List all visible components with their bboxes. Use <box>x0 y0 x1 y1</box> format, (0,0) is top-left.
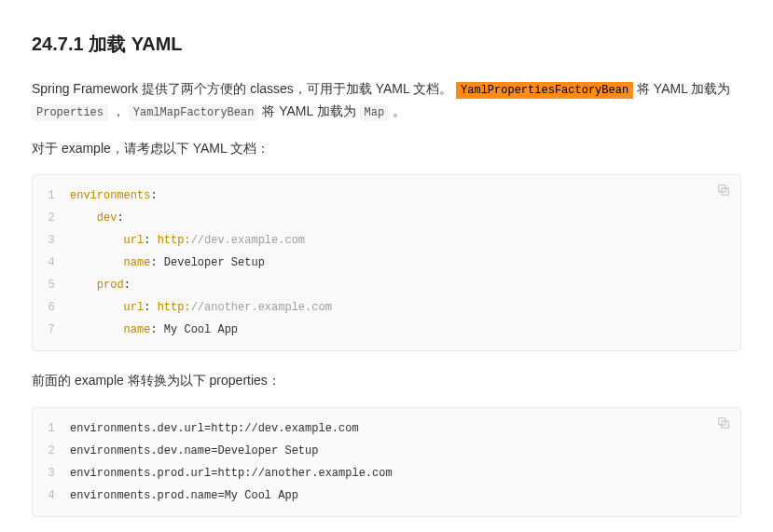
line-number: 1 <box>33 417 70 440</box>
text: 。 <box>393 103 406 118</box>
line-number: 3 <box>33 229 70 252</box>
properties-code-block: 1environments.dev.url=http://dev.example… <box>32 407 741 517</box>
line-number: 7 <box>33 319 70 341</box>
code-line: 3 url: http://dev.example.com <box>33 229 740 252</box>
line-content: name: Developer Setup <box>70 252 740 274</box>
line-number: 5 <box>33 274 70 296</box>
yaml-code-block: 1environments:2 dev:3 url: http://dev.ex… <box>32 174 741 351</box>
highlighted-code: YamlPropertiesFactoryBean <box>456 82 633 99</box>
line-number: 4 <box>33 484 70 507</box>
line-number: 6 <box>33 296 70 319</box>
line-content: dev: <box>70 207 740 229</box>
code-line: 5 prod: <box>33 274 740 296</box>
text: Spring Framework 提供了两个方便的 classes，可用于加载 … <box>32 81 456 96</box>
line-number: 4 <box>33 252 70 274</box>
line-content: url: http://dev.example.com <box>70 229 740 252</box>
text: 将 YAML 加载为 <box>262 103 359 118</box>
inline-code: Properties <box>32 104 108 121</box>
line-content: prod: <box>70 274 740 296</box>
properties-intro: 前面的 example 将转换为以下 properties： <box>32 370 741 392</box>
inline-code: YamlMapFactoryBean <box>129 104 259 121</box>
intro-paragraph: Spring Framework 提供了两个方便的 classes，可用于加载 … <box>32 78 741 123</box>
code-line: 2environments.dev.name=Developer Setup <box>33 440 740 462</box>
line-content: environments.dev.name=Developer Setup <box>70 440 740 462</box>
code-line: 7 name: My Cool App <box>33 319 740 341</box>
inline-code: Map <box>360 104 390 121</box>
line-content: environments.prod.url=http://another.exa… <box>70 462 740 484</box>
copy-icon[interactable] <box>716 183 731 198</box>
text: ， <box>112 103 129 118</box>
code-line: 1environments: <box>33 184 740 207</box>
code-line: 4environments.prod.name=My Cool App <box>33 484 740 507</box>
line-number: 3 <box>33 462 70 484</box>
code-lines: 1environments.dev.url=http://dev.example… <box>33 417 740 507</box>
example-intro: 对于 example，请考虑以下 YAML 文档： <box>32 138 741 160</box>
copy-icon[interactable] <box>716 416 731 430</box>
code-line: 2 dev: <box>33 207 740 229</box>
line-content: name: My Cool App <box>70 319 740 341</box>
code-line: 6 url: http://another.example.com <box>33 296 740 319</box>
line-number: 2 <box>33 207 70 229</box>
text: 将 YAML 加载为 <box>637 81 730 96</box>
code-lines: 1environments:2 dev:3 url: http://dev.ex… <box>33 184 740 341</box>
line-content: environments: <box>70 184 740 207</box>
section-heading: 24.7.1 加载 YAML <box>32 28 741 60</box>
code-line: 1environments.dev.url=http://dev.example… <box>33 417 740 440</box>
line-content: url: http://another.example.com <box>70 296 740 319</box>
line-number: 2 <box>33 440 70 462</box>
code-line: 3environments.prod.url=http://another.ex… <box>33 462 740 484</box>
code-line: 4 name: Developer Setup <box>33 252 740 274</box>
line-number: 1 <box>33 184 70 207</box>
line-content: environments.prod.name=My Cool App <box>70 484 740 507</box>
line-content: environments.dev.url=http://dev.example.… <box>70 417 740 440</box>
